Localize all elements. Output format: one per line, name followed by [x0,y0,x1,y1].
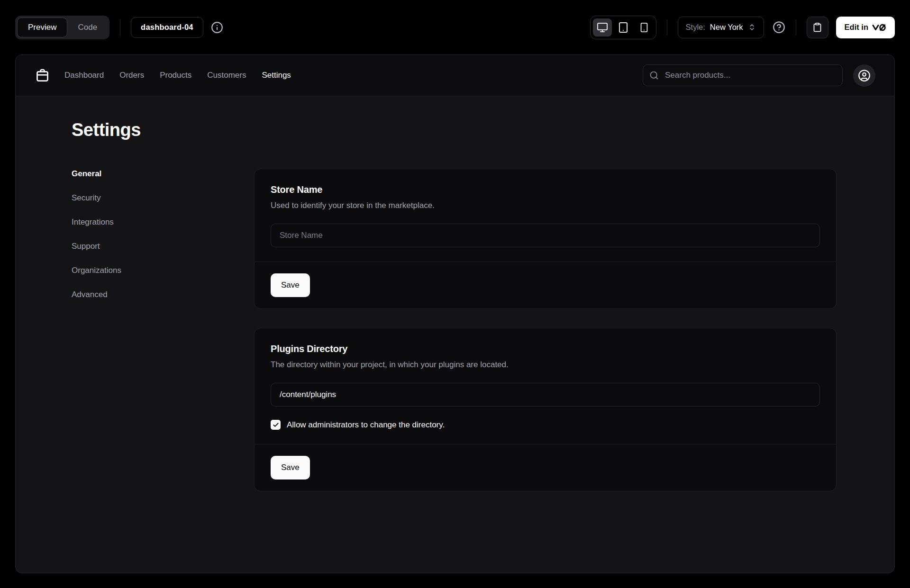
save-button[interactable]: Save [271,456,310,479]
info-icon[interactable] [211,21,223,34]
search-icon [649,71,659,80]
app-navbar: Dashboard Orders Products Customers Sett… [16,55,894,96]
divider [120,19,120,36]
store-name-card: Store Name Used to identify your store i… [254,169,837,309]
sidenav-item-advanced[interactable]: Advanced [72,289,254,300]
circle-user-icon [858,69,871,82]
card-footer: Save [255,444,836,491]
allow-admins-label[interactable]: Allow administrators to change the direc… [287,420,445,430]
store-name-input[interactable] [271,224,820,247]
sidenav-item-support[interactable]: Support [72,241,254,252]
plugins-directory-card: Plugins Directory The directory within y… [254,328,837,491]
tablet-view-button[interactable] [614,18,633,36]
page-title: Settings [72,120,837,140]
nav-link-orders[interactable]: Orders [119,71,144,80]
nav-link-settings[interactable]: Settings [262,71,291,80]
save-button[interactable]: Save [271,273,310,297]
card-footer: Save [255,262,836,308]
card-title: Store Name [271,184,820,195]
help-icon[interactable] [773,21,785,34]
divider [667,19,667,36]
mobile-view-button[interactable] [635,18,654,36]
search-box [643,64,843,86]
tab-code[interactable]: Code [67,18,108,37]
search-input[interactable] [643,64,843,86]
edit-in-v0-button[interactable]: Edit in [836,17,895,38]
sidenav-item-security[interactable]: Security [72,193,254,203]
style-select[interactable]: Style: New York [678,17,764,38]
toolbar: Preview Code dashboard-04 Style: New Yor… [0,0,910,54]
edit-in-label: Edit in [845,23,868,32]
allow-admins-checkbox[interactable] [271,420,281,430]
screen: Preview Code dashboard-04 Style: New Yor… [0,0,910,588]
settings-page: Settings General Security Integrations S… [16,96,894,491]
store-logo-icon[interactable] [35,68,50,83]
allow-admins-row: Allow administrators to change the direc… [271,420,820,430]
copy-code-button[interactable] [807,17,828,38]
sidenav-item-general[interactable]: General [72,169,254,179]
style-value: New York [710,23,743,32]
v0-logo-icon [872,24,886,31]
sidenav-item-integrations[interactable]: Integrations [72,217,254,227]
tab-preview[interactable]: Preview [17,18,67,37]
tablet-icon [618,22,629,33]
nav-link-products[interactable]: Products [160,71,191,80]
preview-code-toggle: Preview Code [15,16,109,39]
monitor-icon [597,22,608,33]
navbar-right [643,64,875,87]
smartphone-icon [639,22,649,33]
style-label: Style: [686,23,705,32]
desktop-view-button[interactable] [593,18,612,36]
user-menu-button[interactable] [853,64,875,87]
clipboard-icon [812,22,822,32]
device-toggle-group [590,16,656,39]
nav-link-customers[interactable]: Customers [207,71,246,80]
preview-panel: Dashboard Orders Products Customers Sett… [15,54,895,573]
plugins-directory-input[interactable] [271,383,820,407]
divider [796,19,796,36]
sidenav-item-organizations[interactable]: Organizations [72,265,254,276]
nav-link-dashboard[interactable]: Dashboard [64,71,104,80]
settings-sidenav: General Security Integrations Support Or… [72,169,254,491]
card-title: Plugins Directory [271,344,820,354]
check-icon [273,422,279,428]
card-description: Used to identify your store in the marke… [271,201,820,210]
component-name-badge: dashboard-04 [131,17,203,38]
chevrons-up-down-icon [748,23,756,31]
card-description: The directory within your project, in wh… [271,360,820,370]
settings-cards: Store Name Used to identify your store i… [254,169,837,491]
